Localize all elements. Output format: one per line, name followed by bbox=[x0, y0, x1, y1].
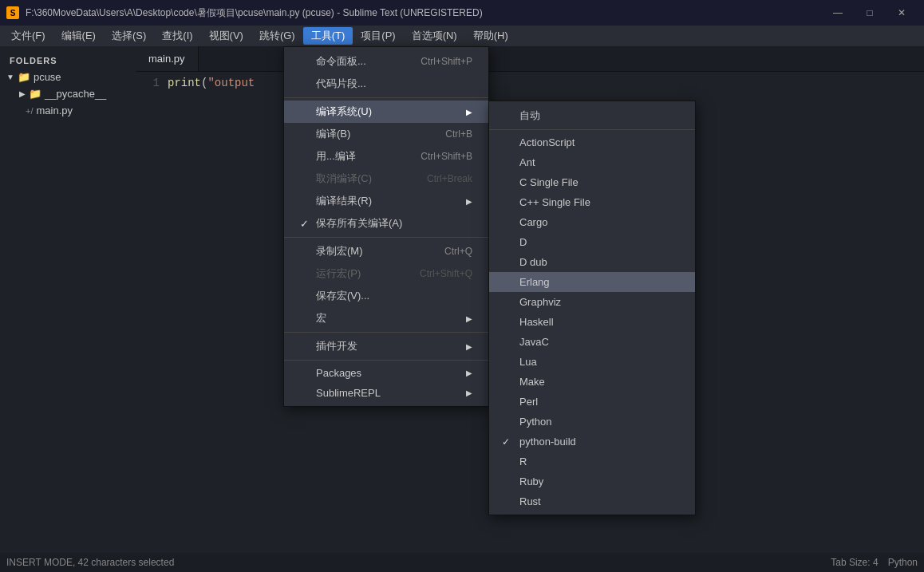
titlebar: S F:\360MoveData\Users\A\Desktop\code\暑假… bbox=[0, 0, 924, 26]
folder-name-pcuse: pcuse bbox=[34, 71, 61, 83]
file-name-mainpy: main.py bbox=[36, 105, 73, 116]
maximize-button[interactable]: □ bbox=[854, 0, 886, 26]
folder-icon: 📁 bbox=[29, 88, 41, 100]
line-num-1: 1 bbox=[136, 75, 160, 92]
menu-file[interactable]: 文件(F) bbox=[3, 27, 53, 45]
language-indicator[interactable]: Python bbox=[888, 557, 918, 568]
folder-icon: 📁 bbox=[18, 71, 30, 83]
close-button[interactable]: ✕ bbox=[886, 0, 918, 26]
menu-project[interactable]: 项目(P) bbox=[353, 27, 403, 45]
code-area[interactable]: print("output bbox=[168, 75, 924, 553]
code-line-1: print("output bbox=[168, 75, 924, 92]
sidebar: FOLDERS ▼ 📁 pcuse ▶ 📁 __pycache__ +/ mai… bbox=[0, 46, 136, 553]
editor-content[interactable]: 1 print("output bbox=[136, 72, 924, 553]
tab-mainpy[interactable]: main.py bbox=[136, 46, 199, 71]
menu-find[interactable]: 查找(I) bbox=[154, 27, 200, 45]
statusbar: INSERT MODE, 42 characters selected Tab … bbox=[0, 553, 924, 572]
statusbar-left: INSERT MODE, 42 characters selected bbox=[6, 557, 174, 568]
menu-select[interactable]: 选择(S) bbox=[104, 27, 154, 45]
tab-size[interactable]: Tab Size: 4 bbox=[831, 557, 878, 568]
editor-panel: main.py 1 print("output bbox=[136, 46, 924, 553]
window-controls: — □ ✕ bbox=[822, 0, 918, 26]
menubar: 文件(F) 编辑(E) 选择(S) 查找(I) 视图(V) 跳转(G) 工具(T… bbox=[0, 26, 924, 46]
sidebar-folder-pycache[interactable]: ▶ 📁 __pycache__ bbox=[0, 85, 136, 102]
sidebar-header: FOLDERS bbox=[0, 53, 136, 69]
menu-help[interactable]: 帮助(H) bbox=[465, 27, 516, 45]
minimize-button[interactable]: — bbox=[822, 0, 854, 26]
folder-arrow-icon: ▼ bbox=[6, 73, 14, 81]
menu-preferences[interactable]: 首选项(N) bbox=[404, 27, 465, 45]
sidebar-folder-pcuse[interactable]: ▼ 📁 pcuse bbox=[0, 69, 136, 85]
sidebar-file-mainpy[interactable]: +/ main.py bbox=[0, 102, 136, 119]
line-numbers: 1 bbox=[136, 75, 168, 553]
menu-edit[interactable]: 编辑(E) bbox=[53, 27, 104, 45]
folder-name-pycache: __pycache__ bbox=[45, 88, 106, 100]
statusbar-right: Tab Size: 4 Python bbox=[831, 557, 918, 568]
app-icon: S bbox=[6, 6, 19, 19]
editor-mode: INSERT MODE, 42 characters selected bbox=[6, 557, 174, 568]
code-token-print: print bbox=[168, 77, 201, 89]
main-area: FOLDERS ▼ 📁 pcuse ▶ 📁 __pycache__ +/ mai… bbox=[0, 46, 924, 553]
window-title: F:\360MoveData\Users\A\Desktop\code\暑假项目… bbox=[26, 6, 822, 20]
file-icon: +/ bbox=[26, 106, 33, 116]
menu-tools[interactable]: 工具(T) bbox=[303, 27, 353, 45]
menu-view[interactable]: 视图(V) bbox=[201, 27, 251, 45]
tabbar: main.py bbox=[136, 46, 924, 72]
menu-goto[interactable]: 跳转(G) bbox=[251, 27, 303, 45]
code-token-string: "output bbox=[207, 77, 255, 89]
folder-arrow-icon: ▶ bbox=[19, 89, 26, 98]
